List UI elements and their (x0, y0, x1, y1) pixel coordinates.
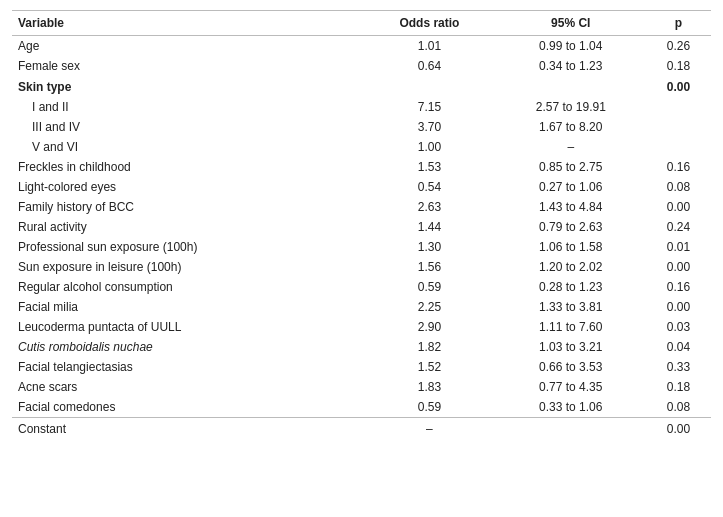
cell-variable: Family history of BCC (12, 197, 363, 217)
cell-variable: Female sex (12, 56, 363, 76)
cell-variable: V and VI (12, 137, 363, 157)
cell-ci: 0.85 to 2.75 (495, 157, 646, 177)
table-row: Professional sun exposure (100h)1.301.06… (12, 237, 711, 257)
table-row: Regular alcohol consumption0.590.28 to 1… (12, 277, 711, 297)
cell-variable: Regular alcohol consumption (12, 277, 363, 297)
cell-ci: 1.43 to 4.84 (495, 197, 646, 217)
footer-ci (495, 418, 646, 441)
cell-or: 2.90 (363, 317, 495, 337)
cell-or: 0.64 (363, 56, 495, 76)
cell-ci: 0.77 to 4.35 (495, 377, 646, 397)
cell-p: 0.24 (646, 217, 711, 237)
cell-or: 2.63 (363, 197, 495, 217)
cell-ci: 0.66 to 3.53 (495, 357, 646, 377)
table-row: Acne scars1.830.77 to 4.350.18 (12, 377, 711, 397)
cell-or: 1.30 (363, 237, 495, 257)
table-row: Facial comedones0.590.33 to 1.060.08 (12, 397, 711, 418)
cell-p: 0.00 (646, 257, 711, 277)
cell-or: 2.25 (363, 297, 495, 317)
table-row: Cutis romboidalis nuchae1.821.03 to 3.21… (12, 337, 711, 357)
cell-or (363, 76, 495, 97)
cell-p (646, 137, 711, 157)
table-row: Leucoderma puntacta of UULL2.901.11 to 7… (12, 317, 711, 337)
cell-variable: Leucoderma puntacta of UULL (12, 317, 363, 337)
cell-p: 0.18 (646, 56, 711, 76)
cell-or: 1.01 (363, 36, 495, 57)
cell-p: 0.00 (646, 76, 711, 97)
cell-ci: 1.20 to 2.02 (495, 257, 646, 277)
table-row: Female sex0.640.34 to 1.230.18 (12, 56, 711, 76)
table-row: V and VI1.00– (12, 137, 711, 157)
cell-ci (495, 76, 646, 97)
footer-variable: Constant (12, 418, 363, 441)
cell-ci: 0.79 to 2.63 (495, 217, 646, 237)
cell-variable: Professional sun exposure (100h) (12, 237, 363, 257)
cell-ci: 0.27 to 1.06 (495, 177, 646, 197)
cell-p: 0.26 (646, 36, 711, 57)
cell-or: 1.44 (363, 217, 495, 237)
col-header-variable: Variable (12, 11, 363, 36)
cell-variable: Facial milia (12, 297, 363, 317)
cell-or: 0.59 (363, 277, 495, 297)
table-row: Skin type0.00 (12, 76, 711, 97)
table-row: Freckles in childhood1.530.85 to 2.750.1… (12, 157, 711, 177)
cell-or: 1.56 (363, 257, 495, 277)
cell-p: 0.16 (646, 157, 711, 177)
cell-variable: Freckles in childhood (12, 157, 363, 177)
cell-ci: 0.99 to 1.04 (495, 36, 646, 57)
cell-ci: 1.33 to 3.81 (495, 297, 646, 317)
cell-p: 0.00 (646, 197, 711, 217)
table-row: Sun exposure in leisure (100h)1.561.20 t… (12, 257, 711, 277)
cell-ci: 2.57 to 19.91 (495, 97, 646, 117)
cell-ci: 1.03 to 3.21 (495, 337, 646, 357)
cell-variable: Cutis romboidalis nuchae (12, 337, 363, 357)
table-row: Rural activity1.440.79 to 2.630.24 (12, 217, 711, 237)
cell-ci: 1.67 to 8.20 (495, 117, 646, 137)
footer-p: 0.00 (646, 418, 711, 441)
cell-variable: Rural activity (12, 217, 363, 237)
cell-or: 1.00 (363, 137, 495, 157)
cell-ci: 0.33 to 1.06 (495, 397, 646, 418)
cell-p: 0.01 (646, 237, 711, 257)
cell-p: 0.33 (646, 357, 711, 377)
cell-variable: I and II (12, 97, 363, 117)
statistics-table: Variable Odds ratio 95% CI p Age1.010.99… (12, 10, 711, 440)
table-row: Facial milia2.251.33 to 3.810.00 (12, 297, 711, 317)
cell-variable: Acne scars (12, 377, 363, 397)
cell-variable: III and IV (12, 117, 363, 137)
cell-variable: Sun exposure in leisure (100h) (12, 257, 363, 277)
cell-or: 1.83 (363, 377, 495, 397)
cell-p: 0.00 (646, 297, 711, 317)
cell-ci: 0.28 to 1.23 (495, 277, 646, 297)
cell-variable: Skin type (12, 76, 363, 97)
cell-ci: 1.06 to 1.58 (495, 237, 646, 257)
footer-or: – (363, 418, 495, 441)
table-row: Age1.010.99 to 1.040.26 (12, 36, 711, 57)
cell-or: 3.70 (363, 117, 495, 137)
cell-or: 1.52 (363, 357, 495, 377)
footer-row: Constant – 0.00 (12, 418, 711, 441)
cell-or: 1.82 (363, 337, 495, 357)
cell-variable: Facial comedones (12, 397, 363, 418)
cell-ci: – (495, 137, 646, 157)
cell-variable: Age (12, 36, 363, 57)
table-row: I and II7.152.57 to 19.91 (12, 97, 711, 117)
cell-or: 1.53 (363, 157, 495, 177)
cell-p: 0.08 (646, 397, 711, 418)
table-row: Facial telangiectasias1.520.66 to 3.530.… (12, 357, 711, 377)
col-header-or: Odds ratio (363, 11, 495, 36)
cell-or: 0.54 (363, 177, 495, 197)
cell-variable: Light-colored eyes (12, 177, 363, 197)
cell-p: 0.08 (646, 177, 711, 197)
cell-variable: Facial telangiectasias (12, 357, 363, 377)
cell-ci: 0.34 to 1.23 (495, 56, 646, 76)
cell-p (646, 97, 711, 117)
cell-or: 0.59 (363, 397, 495, 418)
cell-p: 0.04 (646, 337, 711, 357)
cell-p: 0.16 (646, 277, 711, 297)
cell-p: 0.18 (646, 377, 711, 397)
cell-p (646, 117, 711, 137)
col-header-p: p (646, 11, 711, 36)
table-row: Family history of BCC2.631.43 to 4.840.0… (12, 197, 711, 217)
cell-or: 7.15 (363, 97, 495, 117)
